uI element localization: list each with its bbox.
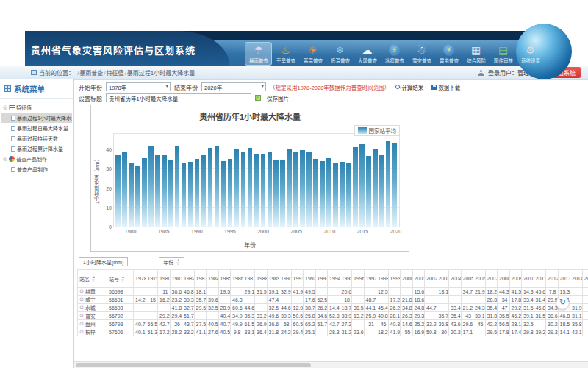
row-expander-icon[interactable]: ⊙ (79, 321, 84, 327)
bar-2013[interactable] (346, 163, 351, 227)
breadcrumb-item[interactable]: 特征值 (106, 70, 123, 77)
bar-1999[interactable] (254, 154, 259, 227)
x-tick-label: 1990 (191, 229, 203, 234)
row-expander-icon[interactable]: ⊙ (79, 289, 84, 294)
year-column-header: 1990 (279, 270, 292, 288)
nav-item-low-temp-survey[interactable]: ❄低温普查 (326, 42, 354, 66)
bar-2010[interactable] (326, 158, 331, 227)
bar-2019[interactable] (386, 141, 391, 227)
sidebar-item[interactable]: 暴雨过程1小时最大降水量 (1, 113, 72, 123)
nav-item-hail-survey[interactable]: ⚡冰雹普查 (381, 42, 408, 66)
bar-2004[interactable] (287, 149, 292, 227)
breadcrumb-item[interactable]: 暴雨过程1小时最大降水量 (127, 70, 195, 77)
row-expander-icon[interactable]: ⊙ (79, 297, 84, 302)
bar-2011[interactable] (333, 163, 338, 227)
nav-item-drought-survey[interactable]: ♨干旱普查 (272, 42, 299, 66)
sort-arrows-icon[interactable]: ▲▽ (121, 275, 125, 282)
bar-1996[interactable] (234, 149, 240, 227)
sidebar-item[interactable]: 暴雨过程累计降水量 (1, 144, 72, 154)
bar-1989[interactable] (188, 162, 193, 227)
nav-item-map-review[interactable]: ▤图件审核 (490, 42, 517, 66)
year-column-header: 1996 (352, 270, 365, 288)
bar-1982[interactable] (142, 158, 147, 227)
bar-1984[interactable] (155, 155, 160, 227)
bar-2000[interactable] (261, 154, 266, 227)
bar-2002[interactable] (273, 160, 279, 227)
bar-2005[interactable] (293, 152, 298, 227)
sidebar-item[interactable]: 普查产品制作 (1, 164, 72, 174)
bar-1978[interactable] (115, 155, 121, 227)
bar-1991[interactable] (201, 155, 207, 227)
bar-1994[interactable] (221, 161, 226, 227)
start-year-select[interactable]: 1978年 (106, 82, 171, 91)
bar-2003[interactable] (280, 160, 285, 227)
bar-1981[interactable] (135, 166, 140, 227)
x-axis-label: 年份 (244, 241, 256, 249)
nav-item-system-settings[interactable]: ⚙系统设置 (517, 42, 544, 66)
bar-1998[interactable] (248, 148, 253, 227)
bar-1979[interactable] (122, 152, 127, 227)
bar-1985[interactable] (162, 155, 167, 227)
calculate-button[interactable]: 计算结果 (393, 82, 426, 92)
scrollbar-thumb[interactable] (76, 363, 311, 367)
bar-2016[interactable] (366, 156, 371, 227)
chart-title-input[interactable]: 贵州省历年1小时最大降水量 (106, 93, 251, 102)
bar-1992[interactable] (208, 148, 213, 227)
row-expander-icon[interactable]: ⊙ (79, 329, 84, 335)
breadcrumb-item[interactable]: 暴雨普查 (79, 70, 103, 77)
sidebar-item[interactable]: 暴雨过程日最大降水量 (1, 123, 72, 133)
bar-2006[interactable] (300, 150, 305, 227)
column-header-station-name[interactable]: 站名 ▲▽ (78, 270, 107, 288)
end-year-select[interactable]: 2020年 (201, 82, 266, 91)
bar-2017[interactable] (373, 149, 378, 227)
value-cell: 28.8 (485, 296, 498, 304)
download-button[interactable]: 数据下载 (429, 82, 462, 92)
bar-2018[interactable] (379, 155, 384, 227)
nav-item-rainstorm-survey[interactable]: ☂暴雨普查 (245, 42, 272, 66)
nav-item-high-temp-survey[interactable]: ☀高温普查 (299, 42, 326, 66)
bar-1997[interactable] (241, 152, 246, 227)
column-header-station-id[interactable]: 站号 ▲▽ (107, 270, 134, 288)
metric-filter-select[interactable]: 1小时降水量(mm) (79, 257, 128, 266)
bar-1993[interactable] (215, 146, 220, 227)
nav-item-snow-survey[interactable]: ☃雪灾普查 (408, 42, 435, 66)
bar-1995[interactable] (228, 159, 233, 227)
bar-1988[interactable] (182, 163, 187, 227)
horizontal-scrollbar[interactable] (74, 361, 588, 368)
bar-2015[interactable] (359, 144, 365, 227)
bar-2020[interactable] (392, 143, 398, 227)
nav-item-lightning-survey[interactable]: ⚡雷电普查 (435, 42, 462, 66)
bar-2014[interactable] (353, 147, 358, 227)
tree-expander-icon[interactable]: ◎ (3, 105, 7, 110)
bar-1980[interactable] (129, 163, 134, 227)
bar-2001[interactable] (268, 152, 273, 227)
sort-arrows-icon[interactable]: ▲▽ (92, 275, 96, 282)
sidebar-group-1[interactable]: ◎普查产品制作 (1, 154, 72, 164)
bar-2008[interactable] (313, 159, 318, 227)
bar-1983[interactable] (148, 146, 154, 227)
value-cell: 21.9 (473, 288, 486, 296)
bar-2007[interactable] (306, 152, 312, 227)
bar-1990[interactable] (195, 159, 200, 227)
row-expander-icon[interactable]: ⊙ (79, 305, 84, 311)
station-cell: ⊙桐梓 (79, 328, 105, 336)
nav-item-gale-survey[interactable]: ☁大风普查 (354, 42, 381, 66)
nav-item-comprehensive-risk[interactable]: ▦综合风险 (462, 42, 490, 66)
x-tick-label: 2005 (290, 229, 302, 234)
sort-arrows-icon[interactable]: ▲▽ (176, 258, 180, 265)
sidebar-group-0[interactable]: ◎特征值 (1, 102, 72, 113)
bar-1986[interactable] (168, 160, 173, 227)
tree-expander-icon[interactable]: ◎ (3, 156, 7, 162)
year-sort-control[interactable]: 年份 ▲▽ (159, 257, 184, 266)
row-expander-icon[interactable]: ⊙ (79, 313, 84, 319)
value-cell: 46.8 (182, 288, 195, 296)
refresh-icon[interactable]: ↻ (556, 297, 569, 309)
save-image-button[interactable]: 保存图片 (265, 93, 291, 103)
bar-2012[interactable] (340, 162, 345, 227)
station-name-cell: ⊙盘州 (78, 320, 107, 328)
bar-1987[interactable] (175, 146, 180, 227)
bar-2009[interactable] (320, 161, 325, 227)
station-id-cell: 56792 (107, 312, 134, 320)
chart-legend[interactable]: 国家站平均 (354, 125, 401, 136)
sidebar-item[interactable]: 暴雨过程持续天数 (1, 133, 72, 144)
